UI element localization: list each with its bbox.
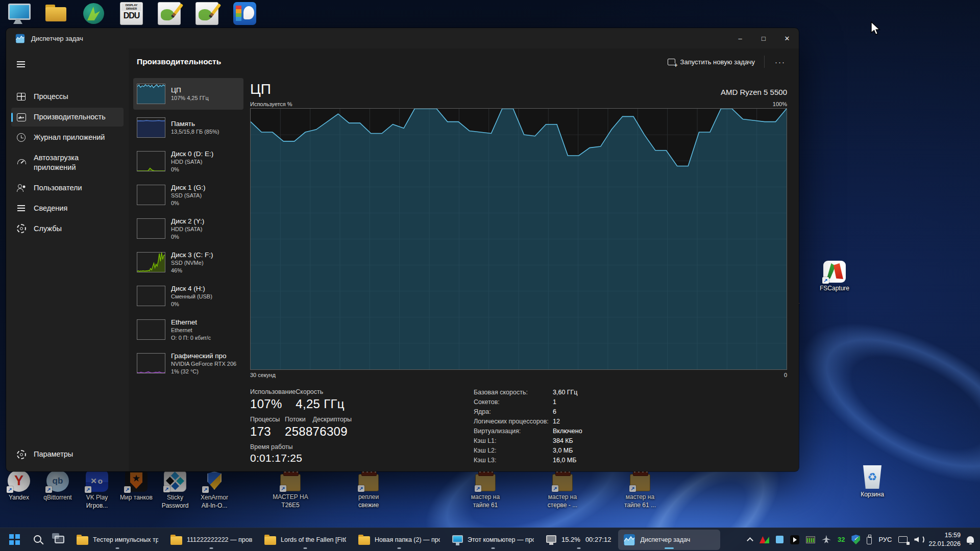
- desktop-icon-folder[interactable]: [44, 2, 67, 25]
- desktop-icon-label: МАСТЕР НА T26E5: [273, 493, 308, 509]
- taskbar-clock[interactable]: 15:59 22.01.2026: [928, 531, 961, 548]
- metric-thumbnail-graph: [137, 185, 165, 205]
- cpu-detail-panel: ЦП AMD Ryzen 5 5500 Используется % 100% …: [250, 75, 787, 471]
- menu-toggle-button[interactable]: [11, 56, 31, 73]
- desktop-icon-this-pc[interactable]: [7, 2, 30, 25]
- desktop-icon-notepadpp-1[interactable]: [158, 2, 181, 25]
- sidebar-item-services[interactable]: Службы: [11, 219, 124, 238]
- desktop-icon-label: FSCapture: [820, 285, 849, 293]
- perf-item-disk0[interactable]: Диск 0 (D: E:) HDD (SATA) 0%: [133, 145, 243, 177]
- desktop-icon-replay-4[interactable]: мастер на стерве - ...: [539, 470, 586, 509]
- sidebar-item-app-history[interactable]: Журнал приложений: [11, 128, 124, 147]
- desktop-icon-recycle-bin[interactable]: ♻ Корзина: [849, 465, 896, 499]
- desktop-icon-label: Корзина: [861, 491, 884, 499]
- taskbar-app-novaya-papka[interactable]: Новая папка (2) — про: [353, 530, 445, 550]
- taskbar-app-this-pc[interactable]: Этот компьютер — про: [447, 530, 539, 550]
- task-view-button[interactable]: [49, 530, 69, 550]
- new-task-icon: [668, 59, 675, 65]
- desktop-icon-replay-5[interactable]: мастер на тайпе 61 ...: [617, 470, 664, 509]
- taskbar-app-tester[interactable]: Тестер импульсных тра: [71, 530, 163, 550]
- processes: [16, 92, 26, 102]
- sidebar-item-processes[interactable]: Процессы: [11, 87, 124, 106]
- hidden-icons-chevron[interactable]: [748, 536, 752, 543]
- perf-item-disk3[interactable]: Диск 3 (C: F:) SSD (NVMe) 46%: [133, 246, 243, 278]
- search-icon: [34, 535, 41, 543]
- taskbar-app-label: Этот компьютер — про: [468, 536, 534, 543]
- services: [16, 224, 26, 234]
- notifications-bell-icon[interactable]: [967, 536, 974, 543]
- stat-label: Потоки: [285, 416, 313, 423]
- perf-item-disk1[interactable]: Диск 1 (G:) SSD (SATA) 0%: [133, 179, 243, 211]
- sidebar-item-settings[interactable]: Параметры: [11, 445, 124, 464]
- folder: [264, 536, 276, 545]
- window-titlebar[interactable]: Диспетчер задач – □ ✕: [6, 28, 799, 48]
- stat-cell: Процессы 173: [250, 416, 285, 439]
- desktop-icon-label: мастер на тайпе 61: [471, 493, 500, 509]
- desktop-icon-fscapture[interactable]: FSCapture: [811, 261, 858, 293]
- icon-glyph: Y: [14, 473, 23, 489]
- taskbar-app-lords-of-the-fallen[interactable]: Lords of the Fallen [FitG: [259, 530, 351, 550]
- desktop-icon-replay-3[interactable]: мастер на тайпе 61: [462, 470, 509, 509]
- language-indicator[interactable]: РУС: [878, 536, 892, 543]
- sidebar-item-startup-apps[interactable]: Автозагрузка приложений: [11, 148, 124, 177]
- sidebar-item-label: Производительность: [34, 112, 106, 122]
- uptime-cell: Время работы 0:01:17:25: [250, 443, 474, 464]
- spec-value: 384 КБ: [553, 437, 573, 445]
- desktop-icon-ddu[interactable]: DISPLAY DRIVER DDU: [120, 2, 143, 25]
- sidebar-item-label: Пользователи: [34, 183, 82, 193]
- desktop-icon-notepadpp-2[interactable]: [195, 2, 218, 25]
- hamburger-icon: [17, 61, 25, 67]
- run-new-task-button[interactable]: Запустить новую задачу: [663, 55, 760, 69]
- run-new-task-label: Запустить новую задачу: [680, 58, 755, 66]
- more-options-button[interactable]: ···: [769, 56, 792, 68]
- airplane-icon[interactable]: [822, 535, 831, 544]
- perf-item-disk2[interactable]: Диск 2 (Y:) HDD (SATA) 0%: [133, 213, 243, 244]
- shortcut-icon: [280, 474, 301, 491]
- taskbar-app-task-manager[interactable]: Диспетчер задач: [618, 530, 720, 550]
- taskbar-app-111222222222[interactable]: 111222222222 — прово: [165, 530, 257, 550]
- pc-meter-icon: [546, 535, 556, 543]
- desktop-icon-replay-2[interactable]: реплеи свежие: [345, 470, 392, 509]
- desktop-bottom-icons: Y Yandex qb qBittorrent ✕o VK Play Игров…: [0, 470, 796, 521]
- history: [16, 133, 26, 142]
- sidebar-item-details[interactable]: Сведения: [11, 199, 124, 218]
- desktop-icon-xenarmor[interactable]: XenArmor All-In-O...: [191, 470, 238, 510]
- performance-page: Производительность Запустить новую задач…: [129, 48, 799, 471]
- play-app-icon[interactable]: [790, 535, 799, 544]
- blue-app-icon[interactable]: [776, 536, 783, 543]
- perf-item-cpu[interactable]: ЦП 107% 4,25 ГГц: [133, 78, 243, 110]
- taskbar-system-meter[interactable]: 15.2% 00:27:12: [541, 530, 616, 550]
- perf-item-memory[interactable]: Память 13,5/15,8 ГБ (85%): [133, 112, 243, 143]
- cpu-usage-graph[interactable]: [250, 108, 787, 370]
- start-button[interactable]: [4, 530, 24, 550]
- desktop-icon-picpick[interactable]: [233, 2, 256, 25]
- temperature-indicator[interactable]: 32: [838, 536, 845, 543]
- monitor-graph-icon[interactable]: [806, 536, 815, 543]
- volume-icon[interactable]: [914, 535, 924, 544]
- close-button[interactable]: ✕: [775, 28, 799, 48]
- perf-item-ethernet[interactable]: Ethernet Ethernet О: 0 П: 0 кбит/с: [133, 314, 243, 345]
- metric-title: Диск 0 (D: E:): [171, 149, 213, 158]
- cpu-stats: Использование 107% Скорость 4,25 ГГц: [250, 388, 787, 466]
- stat-label: Использование: [250, 388, 296, 395]
- running-indicator: [116, 547, 119, 549]
- perf-item-gpu[interactable]: Графический про NVIDIA GeForce RTX 206 1…: [133, 347, 243, 379]
- windows-security-icon[interactable]: [851, 535, 860, 544]
- spec-value: 12: [553, 418, 560, 425]
- stat-value: 76309: [313, 424, 352, 439]
- running-indicator: [492, 547, 495, 549]
- spec-label: Кэш L3:: [474, 457, 553, 464]
- network-icon[interactable]: [898, 536, 908, 543]
- running-indicator: [210, 547, 213, 549]
- spec-row: Кэш L3: 16,0 МБ: [474, 457, 582, 464]
- sidebar-item-users[interactable]: Пользователи: [11, 179, 124, 197]
- maximize-button[interactable]: □: [752, 28, 775, 48]
- desktop-icon-green-app[interactable]: [82, 2, 105, 25]
- desktop-icon-replay-1[interactable]: МАСТЕР НА T26E5: [267, 470, 314, 509]
- msi-afterburner-icon[interactable]: [759, 536, 769, 543]
- search-button[interactable]: [27, 530, 47, 550]
- sidebar-item-performance[interactable]: Производительность: [11, 108, 124, 127]
- minimize-button[interactable]: –: [728, 28, 752, 48]
- usb-tray-icon[interactable]: [867, 535, 872, 544]
- perf-item-disk4[interactable]: Диск 4 (H:) Сменный (USB) 0%: [133, 280, 243, 312]
